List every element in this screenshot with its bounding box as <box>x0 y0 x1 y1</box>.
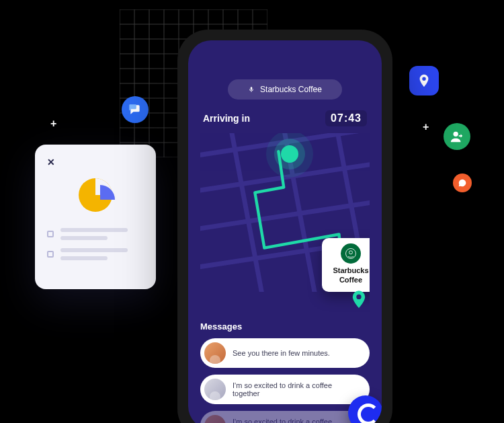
map-view[interactable]: Starbucks Coffee <box>200 133 370 315</box>
message-item[interactable]: I'm so excited to drink a coffee togethe… <box>200 375 370 404</box>
arriving-time: 07:43 <box>325 110 367 126</box>
checkbox-icon <box>47 231 54 237</box>
report-line-item <box>47 228 144 240</box>
pie-chart-icon <box>72 171 119 219</box>
message-item[interactable]: I'm so excited to drink a coffee togethe… <box>200 411 370 423</box>
chat-dot-icon <box>453 174 472 192</box>
avatar <box>204 342 226 364</box>
app-screen: Starbucks Coffee Arriving in 07:43 <box>188 40 382 423</box>
svg-point-2 <box>454 132 458 137</box>
user-share-icon <box>444 123 470 150</box>
message-text: I'm so excited to drink a coffee togethe… <box>233 418 360 423</box>
destination-pin-icon <box>351 291 366 309</box>
starbucks-logo-icon <box>341 243 361 264</box>
message-item[interactable]: See you there in few minutes. <box>200 338 370 368</box>
mic-icon <box>248 86 255 93</box>
avatar <box>204 415 226 423</box>
svg-point-11 <box>345 247 357 260</box>
arriving-label: Arriving in <box>203 113 250 124</box>
search-text: Starbucks Coffee <box>260 85 322 94</box>
svg-point-14 <box>356 295 361 299</box>
destination-card[interactable]: Starbucks Coffee <box>322 238 370 292</box>
chat-bubble-icon <box>122 96 149 123</box>
messages-panel: Messages See you there in few minutes. I… <box>200 321 370 423</box>
checkbox-icon <box>47 251 54 258</box>
message-text: See you there in few minutes. <box>233 349 330 357</box>
message-text: I'm so excited to drink a coffee togethe… <box>233 381 360 397</box>
fab-button[interactable] <box>348 395 382 423</box>
report-line-item <box>47 248 144 260</box>
decor-plus: + <box>423 121 429 133</box>
close-icon[interactable]: ✕ <box>47 157 144 167</box>
avatar <box>204 379 226 400</box>
report-card: ✕ <box>35 145 156 289</box>
destination-name: Starbucks Coffee <box>326 266 370 285</box>
phone-frame: Starbucks Coffee Arriving in 07:43 <box>177 30 392 423</box>
location-pin-icon <box>409 66 439 95</box>
search-pill[interactable]: Starbucks Coffee <box>228 79 342 100</box>
decor-plus: + <box>50 118 56 130</box>
messages-heading: Messages <box>200 321 370 332</box>
